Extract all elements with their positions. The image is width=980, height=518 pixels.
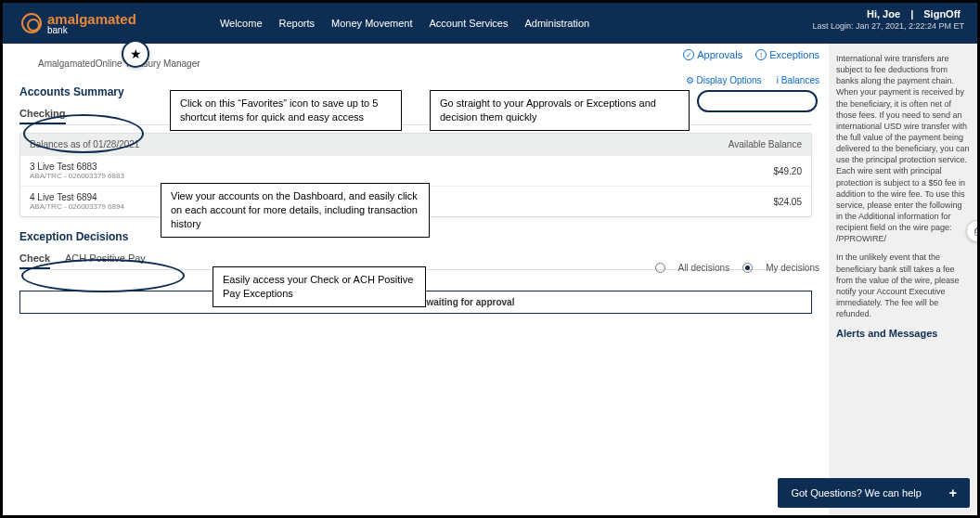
info-paragraph-2: In the unlikely event that the beneficia… bbox=[836, 252, 970, 319]
user-area: Hi, Joe | SignOff Last Login: Jan 27, 20… bbox=[812, 8, 964, 31]
balances-link[interactable]: i Balances bbox=[777, 75, 819, 85]
check-circle-icon: ✓ bbox=[683, 49, 694, 60]
tab-ach-positive-pay[interactable]: ACH Positive Pay bbox=[65, 249, 146, 269]
display-options-link[interactable]: ⚙ Display Options bbox=[686, 75, 762, 85]
nav-money-movement[interactable]: Money Movement bbox=[331, 18, 412, 29]
info-circle-icon: i bbox=[777, 75, 779, 85]
approvals-link-label: Approvals bbox=[697, 49, 742, 60]
account-name: 4 Live Test 6894 bbox=[30, 192, 97, 202]
account-name: 3 Live Test 6883 bbox=[30, 162, 97, 172]
help-bar-label: Got Questions? We can help bbox=[791, 487, 921, 499]
main-area: AmalgamatedOnline Treasury Manager Click… bbox=[3, 44, 977, 515]
accounts-summary-header: Accounts Summary bbox=[19, 85, 812, 98]
account-name-block: 4 Live Test 6894 ABA/TRC - 026003379 689… bbox=[30, 192, 124, 211]
decision-filter-radios: All decisions My decisions bbox=[655, 263, 819, 273]
radio-all-decisions[interactable] bbox=[655, 263, 665, 273]
content-area: AmalgamatedOnline Treasury Manager Click… bbox=[3, 44, 829, 515]
brand-logo-text: amalgamated bank bbox=[47, 11, 136, 35]
favorites-button[interactable]: ★ bbox=[122, 40, 149, 68]
divider: | bbox=[910, 8, 913, 19]
plus-icon: + bbox=[949, 486, 957, 500]
gear-icon: ⚙ bbox=[686, 75, 694, 85]
brand-logo: amalgamated bank bbox=[21, 11, 136, 35]
accounts-tabs: Checking bbox=[19, 104, 812, 125]
account-balance: $49.20 bbox=[773, 166, 802, 176]
callout-accounts: View your accounts on the Dashboard, and… bbox=[161, 183, 430, 238]
nav-account-services[interactable]: Account Services bbox=[430, 18, 509, 29]
star-icon: ★ bbox=[130, 46, 142, 61]
tab-checking[interactable]: Checking bbox=[19, 104, 66, 124]
col-available-balance: Available Balance bbox=[729, 139, 802, 149]
radio-all-label: All decisions bbox=[678, 263, 730, 273]
top-nav-bar: amalgamated bank Welcome Reports Money M… bbox=[3, 3, 977, 44]
balances-label: Balances bbox=[781, 75, 819, 85]
approvals-link[interactable]: ✓ Approvals bbox=[683, 49, 742, 60]
account-balance: $24.05 bbox=[773, 197, 802, 207]
accounts-card-header: Balances as of 01/28/2021 Available Bala… bbox=[20, 134, 811, 155]
exceptions-link[interactable]: ! Exceptions bbox=[755, 49, 819, 60]
user-greeting: Hi, Joe bbox=[867, 8, 900, 19]
callout-exceptions: Easily access your Check or ACH Positive… bbox=[213, 266, 426, 307]
account-name-block: 3 Live Test 6883 ABA/TRC - 026003379 688… bbox=[30, 162, 124, 180]
nav-menu: Welcome Reports Money Movement Account S… bbox=[220, 18, 589, 29]
nav-administration[interactable]: Administration bbox=[524, 18, 589, 29]
quicklinks-row-2: ⚙ Display Options i Balances bbox=[686, 75, 819, 85]
display-options-label: Display Options bbox=[697, 75, 762, 85]
callout-favorites: Click on this “Favorites” icon to save u… bbox=[170, 90, 402, 131]
balances-asof: Balances as of 01/28/2021 bbox=[30, 139, 139, 149]
account-detail: ABA/TRC - 026003379 6894 bbox=[30, 202, 124, 211]
radio-my-label: My decisions bbox=[766, 263, 819, 273]
radio-my-decisions[interactable] bbox=[742, 263, 753, 273]
account-row[interactable]: 3 Live Test 6883 ABA/TRC - 026003379 688… bbox=[20, 155, 811, 186]
help-bar[interactable]: Got Questions? We can help + bbox=[778, 478, 970, 508]
alerts-and-messages-header[interactable]: Alerts and Messages bbox=[836, 327, 970, 341]
last-login: Last Login: Jan 27, 2021, 2:22:24 PM ET bbox=[812, 21, 964, 31]
account-detail: ABA/TRC - 026003379 6883 bbox=[30, 172, 124, 180]
tab-check[interactable]: Check bbox=[19, 249, 50, 269]
exceptions-link-label: Exceptions bbox=[769, 49, 819, 60]
quicklinks-row: ✓ Approvals ! Exceptions bbox=[683, 49, 819, 60]
info-paragraph-1: International wire transfers are subject… bbox=[836, 53, 970, 244]
nav-reports[interactable]: Reports bbox=[279, 18, 316, 29]
nav-welcome[interactable]: Welcome bbox=[220, 18, 263, 29]
brand-logo-icon bbox=[21, 13, 42, 33]
signoff-link[interactable]: SignOff bbox=[923, 8, 961, 19]
callout-approvals: Go straight to your Approvals or Excepti… bbox=[430, 90, 690, 131]
alert-circle-icon: ! bbox=[755, 49, 767, 60]
info-side-panel: International wire transfers are subject… bbox=[829, 44, 977, 515]
